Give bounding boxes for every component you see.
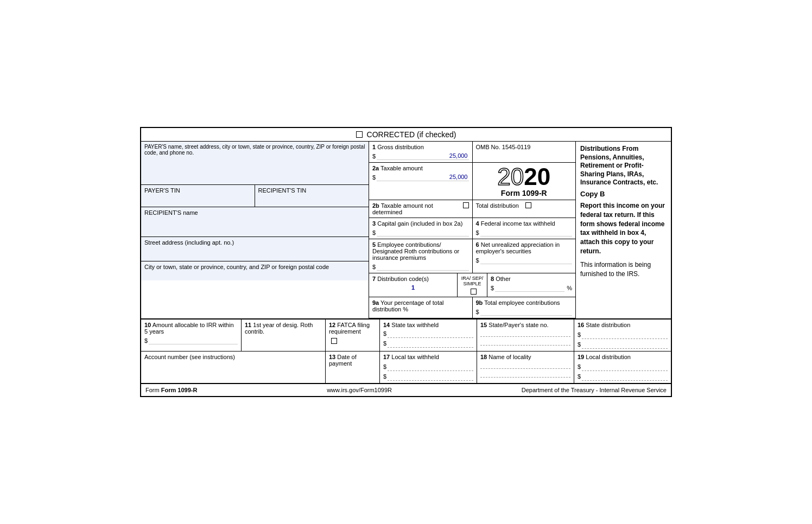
box1-gross-dist[interactable]: 1 Gross distribution $ 25,000 [369, 142, 473, 162]
box6-num: 6 [476, 241, 479, 248]
box13-num: 13 [329, 354, 335, 360]
box12-fatca[interactable]: 12 FATCA filing requirement [326, 319, 380, 351]
box14-value1 [388, 330, 473, 338]
box13-date[interactable]: 13 Date of payment [326, 352, 380, 383]
box4-fed-tax[interactable]: 4 Federal income tax withheld $ [473, 218, 576, 239]
tin-row: PAYER'S TIN RECIPIENT'S TIN [141, 185, 369, 207]
box1-num: 1 [372, 144, 376, 150]
box5-value [377, 263, 468, 271]
copy-b-body1: Report this income on your federal tax r… [580, 201, 667, 256]
corrected-header: CORRECTED (if checked) [141, 128, 671, 142]
acct-number-box[interactable]: Account number (see instructions) [141, 352, 326, 383]
payer-name-box[interactable]: PAYER'S name, street address, city or to… [141, 142, 369, 185]
box18-locality[interactable]: 18 Name of locality [477, 352, 574, 383]
box2a-num: 2a [372, 165, 379, 171]
total-dist-label: Total distribution [476, 202, 519, 209]
box8-other[interactable]: 8 Other $ % [487, 273, 575, 297]
form-name: Form 1099-R [476, 189, 573, 197]
row-capgain-fedtax: 3 Capital gain (included in box 2a) $ 4 … [369, 218, 575, 239]
box17-dollar-sign1: $ [383, 363, 386, 370]
box4-num: 4 [476, 220, 479, 227]
box3-dollar-sign: $ [372, 229, 376, 236]
box1-value: 25,000 [377, 152, 468, 160]
box8-dollar-sign: $ [491, 285, 494, 291]
box15-value2 [480, 338, 570, 346]
box16-state-dist[interactable]: 16 State distribution $ $ [574, 319, 671, 351]
box17-local-tax[interactable]: 17 Local tax withheld $ $ [380, 352, 477, 383]
bottom-row2: Account number (see instructions) 13 Dat… [141, 352, 671, 383]
box11-roth[interactable]: 11 1st year of desig. Roth contrib. [242, 319, 326, 351]
recipient-tin-box[interactable]: RECIPIENT'S TIN [255, 185, 369, 207]
box2a-taxable[interactable]: 2a Taxable amount $ 25,000 [369, 163, 473, 200]
box14-dollar-sign1: $ [383, 330, 386, 337]
box5-dollar-sign: $ [372, 264, 376, 270]
ira-sep-label: IRA/ SEP/ SIMPLE [461, 276, 484, 286]
recipient-name-box[interactable]: RECIPIENT'S name [141, 207, 369, 237]
footer-dept: Department of the Treasury - Internal Re… [522, 387, 667, 393]
box6-dollar-sign: $ [476, 257, 479, 264]
box12-num: 12 [329, 322, 335, 328]
box9b-num: 9b [476, 299, 483, 306]
box6-value [480, 257, 572, 264]
box7-value: 1 [372, 284, 454, 291]
bottom-section: 10 Amount allocable to IRR within 5 year… [141, 319, 671, 383]
row-pct-totalcontrib: 9a Your percentage of total distribution… [369, 297, 575, 318]
copy-b-body2: This information is being furnished to t… [580, 260, 667, 279]
box6-name: Net unrealized appreciation in employer'… [476, 241, 560, 254]
box15-state-payer[interactable]: 15 State/Payer's state no. [477, 319, 574, 351]
box15-num: 15 [480, 322, 487, 328]
box3-name: Capital gain (included in box 2a) [377, 220, 462, 227]
box10-num: 10 [144, 322, 151, 328]
box12-checkbox[interactable] [331, 338, 337, 344]
box9a-num: 9a [372, 299, 379, 306]
box7-num: 7 [372, 276, 376, 282]
box2a-dollar-sign: $ [372, 174, 376, 181]
box18-value1 [480, 361, 570, 369]
box8-pct-sign: % [567, 285, 572, 291]
box19-local-dist[interactable]: 19 Local distribution $ $ [574, 352, 671, 383]
total-dist-box[interactable]: Total distribution [473, 200, 576, 218]
total-dist-checkbox[interactable] [525, 202, 531, 208]
box5-emp-contrib[interactable]: 5 Employee contributions/ Designated Rot… [369, 239, 473, 273]
box9b-dollar-sign: $ [476, 309, 479, 315]
street-address-box[interactable]: Street address (including apt. no.) [141, 237, 369, 261]
box2b-checkbox[interactable] [463, 202, 468, 208]
main-grid: PAYER'S name, street address, city or to… [141, 142, 671, 319]
box11-name: 1st year of desig. Roth contrib. [245, 322, 313, 335]
corrected-checkbox[interactable] [356, 131, 363, 138]
city-box[interactable]: City or town, state or province, country… [141, 261, 369, 280]
payer-tin-label: PAYER'S TIN [144, 187, 180, 194]
box16-num: 16 [578, 322, 584, 328]
year-display: 2020 [476, 165, 573, 189]
box12-name: FATCA filing requirement [329, 322, 370, 335]
row-taxable-year: 2a Taxable amount $ 25,000 2020 Form 109… [369, 163, 575, 200]
box17-value2 [388, 373, 473, 381]
ira-sep-simple-box[interactable]: IRA/ SEP/ SIMPLE [458, 273, 487, 297]
box16-value1 [582, 331, 668, 339]
box2b-taxable-nd[interactable]: 2b Taxable amount not determined [369, 200, 473, 218]
box16-dollar-sign1: $ [578, 331, 581, 338]
box10-irr[interactable]: 10 Amount allocable to IRR within 5 year… [141, 319, 242, 351]
box2b-name: Taxable amount not determined [372, 202, 433, 215]
acct-label: Account number (see instructions) [144, 354, 235, 360]
box3-cap-gain[interactable]: 3 Capital gain (included in box 2a) $ [369, 218, 473, 239]
box14-state-tax[interactable]: 14 State tax withheld $ $ [380, 319, 477, 351]
box9b-total-emp[interactable]: 9b Total employee contributions $ [473, 297, 576, 318]
payer-tin-box[interactable]: PAYER'S TIN [141, 185, 255, 207]
box19-dollar-sign2: $ [578, 373, 581, 380]
payer-box-label: PAYER'S name, street address, city or to… [144, 144, 365, 156]
left-section: PAYER'S name, street address, city or to… [141, 142, 369, 318]
box16-name: State distribution [586, 322, 630, 328]
box17-dollar-sign2: $ [383, 373, 386, 380]
box6-net-unrealized[interactable]: 6 Net unrealized appreciation in employe… [473, 239, 576, 273]
year-box: 2020 Form 1099-R [473, 163, 576, 200]
box7-dist-code[interactable]: 7 Distribution code(s) 1 [369, 273, 458, 297]
box14-dollar-sign2: $ [383, 340, 386, 347]
box9a-pct-total[interactable]: 9a Your percentage of total distribution… [369, 297, 473, 318]
box1-dollar-sign: $ [372, 153, 376, 159]
middle-section: 1 Gross distribution $ 25,000 OMB No. 15… [369, 142, 576, 318]
ira-sep-checkbox[interactable] [471, 289, 477, 295]
box10-name: Amount allocable to IRR within 5 years [144, 322, 234, 335]
box4-dollar-sign: $ [476, 229, 479, 236]
box9b-value [480, 308, 572, 316]
